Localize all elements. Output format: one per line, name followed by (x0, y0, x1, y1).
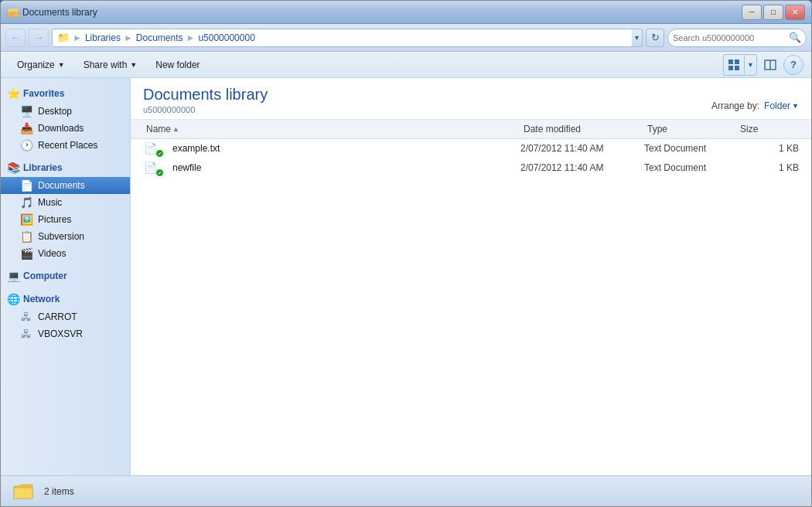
status-folder-icon (13, 481, 35, 502)
vboxsvr-server-icon: 🖧 (19, 328, 33, 340)
table-row[interactable]: 📄 ✓ example.txt 2/07/2012 11:40 AM Text … (131, 139, 811, 158)
documents-icon: 📄 (19, 179, 33, 192)
folder-icon: 📁 (57, 32, 70, 43)
toolbar-right: ▼ ? (723, 54, 803, 76)
computer-section: 💻 Computer (1, 267, 130, 285)
svn-status-badge: ✓ (156, 150, 163, 157)
file-name-example-txt: example.txt (172, 143, 220, 154)
favorites-header[interactable]: ⭐ Favorites (1, 84, 130, 103)
file-icon-wrapper: 📄 ✓ (143, 161, 162, 175)
svg-rect-6 (735, 60, 739, 64)
main-area: ⭐ Favorites 🖥️ Desktop 📥 Downloads 🕐 Rec… (1, 78, 811, 475)
nav-bar: ← → 📁 ► Libraries ► Documents ► u5000000… (1, 24, 811, 52)
title-bar: Documents library ─ □ ✕ (1, 1, 811, 24)
content-area: Documents library u5000000000 Arrange by… (131, 78, 811, 475)
close-button[interactable]: ✕ (785, 5, 805, 20)
videos-icon: 🎬 (19, 247, 33, 260)
network-section: 🌐 Network 🖧 CARROT 🖧 VBOXSVR (1, 290, 130, 342)
file-icon-container: 📄 ✓ newfile (143, 161, 520, 175)
toolbar: Organize ▼ Share with ▼ New folder ▼ (1, 52, 811, 78)
sidebar-item-subversion[interactable]: 📋 Subversion (1, 228, 130, 245)
file-list: Name ▲ Date modified Type Size (131, 120, 811, 475)
recent-places-icon: 🕐 (19, 139, 33, 151)
svg-rect-7 (728, 66, 733, 70)
sidebar-item-recent-places[interactable]: 🕐 Recent Places (1, 137, 130, 154)
status-text: 2 items (44, 486, 74, 497)
title-bar-controls: ─ □ ✕ (742, 5, 805, 20)
new-folder-button[interactable]: New folder (147, 55, 208, 75)
network-header[interactable]: 🌐 Network (1, 290, 130, 308)
window-icon (7, 6, 19, 19)
pictures-icon: 🖼️ (19, 213, 33, 226)
help-button[interactable]: ? (783, 55, 803, 75)
subversion-icon: 📋 (19, 230, 33, 243)
col-header-size[interactable]: Size (737, 121, 799, 137)
breadcrumb-documents[interactable]: Documents (136, 32, 183, 43)
svg-rect-8 (735, 66, 739, 70)
share-with-button[interactable]: Share with ▼ (75, 55, 146, 75)
view-dropdown-button[interactable]: ▼ (744, 55, 756, 75)
minimize-button[interactable]: ─ (742, 5, 762, 20)
file-list-header: Name ▲ Date modified Type Size (131, 120, 811, 139)
file-icon-newfile: 📄 (143, 161, 157, 175)
carrot-server-icon: 🖧 (19, 311, 33, 323)
sidebar-item-pictures[interactable]: 🖼️ Pictures (1, 211, 130, 228)
music-icon: 🎵 (19, 196, 33, 209)
libraries-header[interactable]: 📚 Libraries (1, 158, 130, 177)
file-icon-wrapper: 📄 ✓ (143, 141, 162, 155)
refresh-button[interactable]: ↻ (646, 29, 664, 47)
sidebar-item-downloads[interactable]: 📥 Downloads (1, 120, 130, 137)
computer-header[interactable]: 💻 Computer (1, 267, 130, 285)
svn-status-badge: ✓ (156, 169, 163, 176)
table-row[interactable]: 📄 ✓ newfile 2/07/2012 11:40 AM Text Docu… (131, 158, 811, 178)
svg-rect-5 (728, 60, 733, 64)
file-size-newfile: 1 KB (737, 162, 799, 173)
content-title: Documents library (143, 86, 268, 104)
search-input[interactable] (673, 33, 786, 43)
forward-button[interactable]: → (29, 29, 49, 47)
file-date-example-txt: 2/07/2012 11:40 AM (520, 143, 644, 154)
libraries-icon: 📚 (7, 162, 20, 174)
col-header-type[interactable]: Type (644, 121, 737, 137)
sidebar-item-music[interactable]: 🎵 Music (1, 194, 130, 211)
desktop-icon: 🖥️ (19, 105, 33, 117)
content-subtitle: u5000000000 (143, 105, 268, 114)
sidebar-item-vboxsvr[interactable]: 🖧 VBOXSVR (1, 325, 130, 342)
sidebar-item-carrot[interactable]: 🖧 CARROT (1, 308, 130, 325)
network-icon: 🌐 (7, 293, 20, 305)
status-bar: 2 items (1, 475, 811, 506)
organize-button[interactable]: Organize ▼ (9, 55, 73, 75)
file-icon-container: 📄 ✓ example.txt (143, 141, 520, 155)
sidebar: ⭐ Favorites 🖥️ Desktop 📥 Downloads 🕐 Rec… (1, 78, 131, 475)
title-bar-left: Documents library (7, 6, 97, 19)
arrange-by-value[interactable]: Folder ▼ (764, 100, 799, 111)
svg-rect-3 (9, 14, 15, 15)
sort-arrow-name: ▲ (172, 125, 179, 133)
search-box[interactable]: 🔍 (667, 29, 807, 47)
file-date-newfile: 2/07/2012 11:40 AM (520, 162, 644, 173)
file-name-newfile: newfile (172, 162, 201, 173)
sidebar-item-videos[interactable]: 🎬 Videos (1, 245, 130, 262)
col-header-name[interactable]: Name ▲ (143, 121, 520, 137)
libraries-section: 📚 Libraries 📄 Documents 🎵 Music 🖼️ Pictu… (1, 158, 130, 262)
back-button[interactable]: ← (5, 29, 26, 47)
favorites-icon: ⭐ (7, 87, 20, 100)
col-header-date[interactable]: Date modified (520, 121, 644, 137)
title-bar-text: Documents library (22, 7, 97, 18)
breadcrumb-user[interactable]: u5000000000 (198, 32, 254, 43)
details-pane-button[interactable] (760, 55, 780, 75)
arrange-by-label: Arrange by: (711, 100, 759, 111)
view-button[interactable] (724, 55, 744, 75)
file-icon-example-txt: 📄 (143, 141, 157, 155)
sidebar-item-desktop[interactable]: 🖥️ Desktop (1, 103, 130, 120)
breadcrumb-libraries[interactable]: Libraries (85, 32, 121, 43)
address-dropdown-button[interactable]: ▼ (632, 29, 643, 47)
sidebar-item-documents[interactable]: 📄 Documents (1, 177, 130, 194)
address-bar: 📁 ► Libraries ► Documents ► u5000000000 (52, 29, 633, 47)
search-icon[interactable]: 🔍 (789, 32, 801, 43)
svg-rect-1 (8, 9, 19, 12)
computer-icon: 💻 (7, 270, 20, 282)
file-type-newfile: Text Document (644, 162, 737, 173)
maximize-button[interactable]: □ (763, 5, 783, 20)
downloads-icon: 📥 (19, 122, 33, 134)
